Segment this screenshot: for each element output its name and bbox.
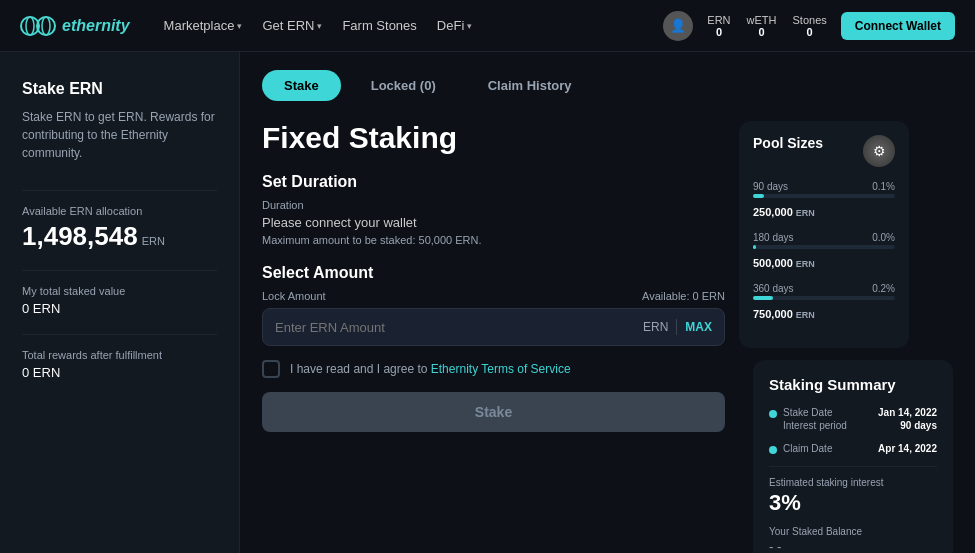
navbar: ethernity Marketplace ▾ Get ERN ▾ Farm S… — [0, 0, 975, 52]
pool-card: Pool Sizes ⚙ 90 days 0.1% 250,000 — [739, 121, 909, 348]
pool-days-180: 180 days 0.0% — [753, 232, 895, 243]
logo-text: ethernity — [62, 17, 130, 35]
pool-icon: ⚙ — [863, 135, 895, 167]
pool-bar-fill-180 — [753, 245, 756, 249]
rewards-label: Total rewards after fulfillment — [22, 349, 217, 361]
summary-divider — [769, 466, 937, 467]
main-content: Stake Locked (0) Claim History Fixed Sta… — [240, 52, 975, 553]
claim-date-value: Apr 14, 2022 — [878, 443, 937, 454]
pool-item-180: 180 days 0.0% 500,000 ERN — [753, 232, 895, 271]
estimated-label: Estimated staking interest — [769, 477, 937, 488]
staking-heading: Fixed Staking — [262, 121, 725, 155]
connect-wallet-button[interactable]: Connect Wallet — [841, 12, 955, 40]
duration-hint: Maximum amount to be staked: 50,000 ERN. — [262, 234, 725, 246]
amount-header: Lock Amount Available: 0 ERN — [262, 290, 725, 302]
pool-item-360: 360 days 0.2% 750,000 ERN — [753, 283, 895, 322]
set-duration-section: Set Duration Duration Please connect you… — [262, 173, 725, 246]
stake-date-label: Stake Date — [783, 407, 832, 418]
max-button[interactable]: MAX — [685, 320, 712, 334]
chevron-down-icon: ▾ — [237, 21, 242, 31]
pool-days-90: 90 days 0.1% — [753, 181, 895, 192]
pool-amount-360: 750,000 ERN — [753, 308, 815, 320]
pool-amount-180: 500,000 ERN — [753, 257, 815, 269]
staked-value: 0 ERN — [22, 301, 217, 316]
lock-amount-label: Lock Amount — [262, 290, 326, 302]
avatar[interactable]: 👤 — [663, 11, 693, 41]
vertical-divider — [676, 319, 677, 335]
tab-stake[interactable]: Stake — [262, 70, 341, 101]
sidebar-title: Stake ERN — [22, 80, 217, 98]
staking-body: Fixed Staking Set Duration Duration Plea… — [262, 121, 953, 553]
logo: ethernity — [20, 16, 130, 36]
allocation-section: Available ERN allocation 1,498,548 ERN — [22, 205, 217, 252]
interest-period-label: Interest period — [783, 420, 847, 431]
estimated-value: 3% — [769, 490, 937, 516]
svg-point-1 — [26, 17, 34, 35]
chevron-down-icon: ▾ — [317, 21, 322, 31]
terms-link[interactable]: Ethernity Terms of Service — [431, 362, 571, 376]
staked-label: My total staked value — [22, 285, 217, 297]
stake-submit-button[interactable]: Stake — [262, 392, 725, 432]
interest-period-value: 90 days — [900, 420, 937, 431]
tab-locked[interactable]: Locked (0) — [349, 70, 458, 101]
claim-date-dot — [769, 446, 777, 454]
stones-token: Stones 0 — [793, 14, 827, 38]
pool-bar-bg-180 — [753, 245, 895, 249]
tab-claim-history[interactable]: Claim History — [466, 70, 594, 101]
ern-token: ERN 0 — [707, 14, 730, 38]
summary-title: Staking Summary — [769, 376, 937, 393]
nav-defi[interactable]: DeFi ▾ — [437, 18, 472, 33]
pool-bar-fill-360 — [753, 296, 773, 300]
nav-marketplace[interactable]: Marketplace ▾ — [164, 18, 243, 33]
nav-right: 👤 ERN 0 wETH 0 Stones 0 Connect Wallet — [663, 11, 955, 41]
pool-header: Pool Sizes ⚙ — [753, 135, 895, 167]
stake-date-dot — [769, 410, 777, 418]
chevron-down-icon: ▾ — [467, 21, 472, 31]
balance-label: Your Staked Balance — [769, 526, 937, 537]
terms-checkbox[interactable] — [262, 360, 280, 378]
pool-bar-fill-90 — [753, 194, 764, 198]
available-label: Available: 0 ERN — [642, 290, 725, 302]
pool-title: Pool Sizes — [753, 135, 823, 151]
stake-date-value: Jan 14, 2022 — [878, 407, 937, 418]
sidebar-description: Stake ERN to get ERN. Rewards for contri… — [22, 108, 217, 162]
duration-label: Duration — [262, 199, 725, 211]
amount-input-row: ERN MAX — [262, 308, 725, 346]
claim-date-label: Claim Date — [783, 443, 832, 454]
ern-label: ERN — [643, 320, 668, 334]
page-layout: Stake ERN Stake ERN to get ERN. Rewards … — [0, 52, 975, 553]
allocation-value: 1,498,548 — [22, 221, 138, 252]
ern-amount-input[interactable] — [275, 320, 643, 335]
select-amount-title: Select Amount — [262, 264, 725, 282]
claim-date-item: Claim Date Apr 14, 2022 — [769, 443, 937, 456]
rewards-value: 0 ERN — [22, 365, 217, 380]
stake-date-item: Stake Date Jan 14, 2022 Interest period … — [769, 407, 937, 433]
pool-item-90: 90 days 0.1% 250,000 ERN — [753, 181, 895, 220]
rewards-section: Total rewards after fulfillment 0 ERN — [22, 349, 217, 380]
nav-links: Marketplace ▾ Get ERN ▾ Farm Stones DeFi… — [164, 18, 640, 33]
right-panels: Pool Sizes ⚙ 90 days 0.1% 250,000 — [739, 121, 953, 553]
balance-value: - - — [769, 539, 937, 553]
terms-text: I have read and I agree to Ethernity Ter… — [290, 362, 571, 376]
tabs: Stake Locked (0) Claim History — [262, 70, 953, 101]
allocation-unit: ERN — [142, 235, 165, 247]
pool-amount-90: 250,000 ERN — [753, 206, 815, 218]
allocation-label: Available ERN allocation — [22, 205, 217, 217]
terms-row: I have read and I agree to Ethernity Ter… — [262, 360, 725, 378]
divider — [22, 270, 217, 271]
svg-point-3 — [42, 17, 50, 35]
staking-form: Fixed Staking Set Duration Duration Plea… — [262, 121, 725, 553]
pool-days-360: 360 days 0.2% — [753, 283, 895, 294]
staking-summary-panel: Staking Summary Stake Date Jan 14, 2022 … — [753, 360, 953, 553]
duration-placeholder: Please connect your wallet — [262, 215, 725, 230]
nav-get-ern[interactable]: Get ERN ▾ — [262, 18, 322, 33]
set-duration-title: Set Duration — [262, 173, 725, 191]
nav-tokens: ERN 0 wETH 0 Stones 0 — [707, 14, 826, 38]
sidebar: Stake ERN Stake ERN to get ERN. Rewards … — [0, 52, 240, 553]
nav-farm-stones[interactable]: Farm Stones — [342, 18, 416, 33]
weth-token: wETH 0 — [747, 14, 777, 38]
select-amount-section: Select Amount Lock Amount Available: 0 E… — [262, 264, 725, 346]
divider — [22, 190, 217, 191]
divider — [22, 334, 217, 335]
pool-bar-bg-360 — [753, 296, 895, 300]
